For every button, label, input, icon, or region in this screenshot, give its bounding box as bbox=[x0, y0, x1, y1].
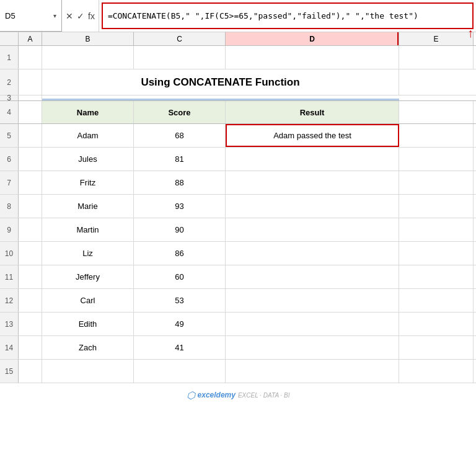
cell-d10-result[interactable] bbox=[226, 242, 399, 265]
cell-d9-result[interactable] bbox=[226, 218, 399, 241]
row-1: 1 bbox=[0, 46, 476, 69]
cell-a10[interactable] bbox=[19, 242, 42, 265]
fx-icon[interactable]: fx bbox=[88, 11, 95, 21]
col-header-b[interactable]: B bbox=[42, 32, 134, 45]
cell-a12[interactable] bbox=[19, 289, 42, 312]
column-headers: A B C D E bbox=[0, 32, 476, 46]
cell-b14-name[interactable]: Zach bbox=[42, 336, 134, 359]
cell-c14-score[interactable]: 41 bbox=[134, 336, 226, 359]
cell-a9[interactable] bbox=[19, 218, 42, 241]
cell-b9-name[interactable]: Martin bbox=[42, 218, 134, 241]
col-header-a[interactable]: A bbox=[19, 32, 42, 45]
row-5: 5 Adam 68 Adam passed the test bbox=[0, 124, 476, 148]
cell-e10[interactable] bbox=[399, 242, 474, 265]
row-2: 2 Using CONCATENATE Function bbox=[0, 69, 476, 95]
row-4-headers: 4 Name Score Result bbox=[0, 100, 476, 124]
cell-e1[interactable] bbox=[399, 46, 474, 69]
row-num-1: 1 bbox=[0, 46, 19, 69]
cell-e6[interactable] bbox=[399, 148, 474, 171]
cell-e5[interactable] bbox=[399, 124, 474, 147]
cell-c15[interactable] bbox=[134, 360, 226, 383]
row-num-14: 14 bbox=[0, 336, 19, 359]
cell-d11-result[interactable] bbox=[226, 265, 399, 288]
cell-a7[interactable] bbox=[19, 171, 42, 194]
cell-a15[interactable] bbox=[19, 360, 42, 383]
cell-a11[interactable] bbox=[19, 265, 42, 288]
cell-d5-result[interactable]: Adam passed the test bbox=[226, 124, 399, 147]
formula-text: =CONCATENATE(B5," ",IF(C5>=65,"passed","… bbox=[108, 11, 418, 20]
title-underline bbox=[42, 95, 399, 100]
cell-d14-result[interactable] bbox=[226, 336, 399, 359]
top-bar: D5 ▾ ✕ ✓ fx =CONCATENATE(B5," ",IF(C5>=6… bbox=[0, 0, 476, 32]
cell-e14[interactable] bbox=[399, 336, 474, 359]
cell-a8[interactable] bbox=[19, 195, 42, 218]
cell-d7-result[interactable] bbox=[226, 171, 399, 194]
row-3: 3 bbox=[0, 95, 476, 100]
cell-e13[interactable] bbox=[399, 313, 474, 335]
cell-b13-name[interactable]: Edith bbox=[42, 313, 134, 335]
cell-a14[interactable] bbox=[19, 336, 42, 359]
col-header-c[interactable]: C bbox=[134, 32, 226, 45]
cell-e9[interactable] bbox=[399, 218, 474, 241]
cell-b7-name[interactable]: Fritz bbox=[42, 171, 134, 194]
cell-c9-score[interactable]: 90 bbox=[134, 218, 226, 241]
cell-d1[interactable] bbox=[226, 46, 399, 69]
cell-a3[interactable] bbox=[19, 95, 42, 100]
formula-bar[interactable]: =CONCATENATE(B5," ",IF(C5>=65,"passed","… bbox=[102, 2, 474, 29]
cell-b1[interactable] bbox=[42, 46, 134, 69]
cell-ref-dropdown-icon[interactable]: ▾ bbox=[53, 12, 56, 19]
cell-c12-score[interactable]: 53 bbox=[134, 289, 226, 312]
cell-d12-result[interactable] bbox=[226, 289, 399, 312]
confirm-icon[interactable]: ✓ bbox=[77, 11, 84, 21]
cell-b2-merged[interactable]: Using CONCATENATE Function bbox=[42, 69, 399, 95]
cell-c10-score[interactable]: 86 bbox=[134, 242, 226, 265]
cell-e7[interactable] bbox=[399, 171, 474, 194]
cell-b11-name[interactable]: Jeffery bbox=[42, 265, 134, 288]
cell-c7-score[interactable]: 88 bbox=[134, 171, 226, 194]
cell-c4-score-header[interactable]: Score bbox=[134, 101, 226, 123]
cell-c13-score[interactable]: 49 bbox=[134, 313, 226, 335]
cell-a13[interactable] bbox=[19, 313, 42, 335]
cell-d8-result[interactable] bbox=[226, 195, 399, 218]
cell-a4[interactable] bbox=[19, 101, 42, 123]
row-num-6: 6 bbox=[0, 148, 19, 171]
cell-b4-name-header[interactable]: Name bbox=[42, 101, 134, 123]
cell-d15[interactable] bbox=[226, 360, 399, 383]
cell-e8[interactable] bbox=[399, 195, 474, 218]
cell-e15[interactable] bbox=[399, 360, 474, 383]
cell-c6-score[interactable]: 81 bbox=[134, 148, 226, 171]
watermark-brand: exceldemy bbox=[198, 391, 236, 399]
cell-b8-name[interactable]: Marie bbox=[42, 195, 134, 218]
col-header-e[interactable]: E bbox=[399, 32, 474, 45]
cell-c11-score[interactable]: 60 bbox=[134, 265, 226, 288]
cell-d6-result[interactable] bbox=[226, 148, 399, 171]
cell-b6-name[interactable]: Jules bbox=[42, 148, 134, 171]
cell-e12[interactable] bbox=[399, 289, 474, 312]
cell-e4[interactable] bbox=[399, 101, 474, 123]
cell-c8-score[interactable]: 93 bbox=[134, 195, 226, 218]
formula-arrow-indicator: ↑ bbox=[467, 27, 474, 39]
col-header-d[interactable]: D bbox=[226, 32, 399, 45]
cell-c1[interactable] bbox=[134, 46, 226, 69]
cell-b12-name[interactable]: Carl bbox=[42, 289, 134, 312]
cell-a5[interactable] bbox=[19, 124, 42, 147]
row-num-7: 7 bbox=[0, 171, 19, 194]
col-d-border bbox=[397, 32, 399, 45]
row-6: 6 Jules 81 bbox=[0, 148, 476, 171]
cell-d13-result[interactable] bbox=[226, 313, 399, 335]
cancel-icon[interactable]: ✕ bbox=[66, 11, 73, 21]
cell-a6[interactable] bbox=[19, 148, 42, 171]
spreadsheet-title: Using CONCATENATE Function bbox=[45, 76, 396, 89]
row-num-10: 10 bbox=[0, 242, 19, 265]
cell-b10-name[interactable]: Liz bbox=[42, 242, 134, 265]
cell-c5-score[interactable]: 68 bbox=[134, 124, 226, 147]
row-num-2: 2 bbox=[0, 69, 19, 95]
cell-reference-box[interactable]: D5 ▾ bbox=[0, 0, 62, 32]
cell-a1[interactable] bbox=[19, 46, 42, 69]
cell-d4-result-header[interactable]: Result bbox=[226, 101, 399, 123]
cell-e11[interactable] bbox=[399, 265, 474, 288]
cell-a2[interactable] bbox=[19, 69, 42, 95]
cell-b5-name[interactable]: Adam bbox=[42, 124, 134, 147]
cell-b15[interactable] bbox=[42, 360, 134, 383]
row-10: 10 Liz 86 bbox=[0, 242, 476, 265]
